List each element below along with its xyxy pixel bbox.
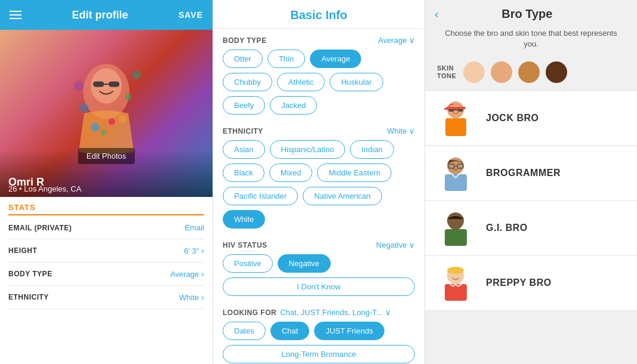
- looking-for-options: Dates Chat JUST Friends: [223, 322, 415, 345]
- svg-point-31: [450, 221, 461, 230]
- looking-long-term[interactable]: Long-Term Bromance: [223, 345, 415, 363]
- email-label: EMAIL (Private): [8, 224, 72, 232]
- svg-rect-4: [109, 81, 119, 87]
- looking-for-selected[interactable]: Chat, JUST Friends, Long-T... ∨: [280, 308, 390, 317]
- body-type-otter[interactable]: Otter: [223, 50, 263, 68]
- svg-rect-33: [445, 284, 467, 301]
- ethnicity-indian[interactable]: Indian: [350, 140, 393, 159]
- ethnicity-native-american[interactable]: Native American: [303, 187, 382, 205]
- ethnicity-section-label: ETHNICITY: [223, 127, 263, 135]
- bro-item-gi[interactable]: G.I. BRO: [425, 201, 637, 255]
- ethnicity-pacific-islander[interactable]: Pacific Islander: [223, 187, 298, 205]
- body-type-huskular[interactable]: Huskular: [330, 73, 383, 91]
- hiv-section-header: HIV STATUS Negative ∨: [223, 233, 415, 254]
- hiv-label: HIV STATUS: [223, 241, 267, 249]
- body-type-section-header: BODY TYPE Average ∨: [223, 29, 415, 50]
- stats-row-email[interactable]: EMAIL (Private) Email: [8, 217, 204, 239]
- bro-item-jock[interactable]: JOCK BRO: [425, 91, 637, 145]
- body-type-beefy[interactable]: Beefy: [223, 96, 265, 115]
- ethnicity-section-header: ETHNICITY White ∨: [223, 119, 415, 140]
- ethnicity-middle-eastern[interactable]: Middle Eastern: [317, 164, 392, 182]
- gi-avatar: [435, 207, 476, 249]
- svg-point-12: [91, 123, 100, 132]
- svg-point-11: [132, 70, 141, 79]
- skin-tone-section: SKINTONE: [425, 57, 637, 91]
- body-type-jacked[interactable]: Jacked: [270, 96, 317, 115]
- height-label: HEIGHT: [8, 246, 37, 255]
- jock-avatar: [435, 97, 476, 139]
- stats-row-height[interactable]: HEIGHT 6' 3" ›: [8, 239, 204, 263]
- ethnicity-black[interactable]: Black: [223, 164, 264, 182]
- stats-title: STATS: [8, 203, 204, 215]
- preppy-bro-label: PREPPY BRO: [476, 277, 552, 288]
- skin-tone-medium-light[interactable]: [491, 61, 512, 83]
- svg-point-7: [125, 94, 131, 100]
- skin-tone-light[interactable]: [463, 61, 485, 83]
- ethnicity-value: White ›: [179, 292, 204, 302]
- hiv-selected[interactable]: Negative ∨: [376, 240, 415, 249]
- skin-tones-group: [463, 61, 567, 83]
- stats-row-bodytype[interactable]: BODY TYPE Average ›: [8, 263, 204, 286]
- hiv-options: Positive Negative: [223, 254, 415, 277]
- looking-for-label: LOOKING FOR: [223, 309, 276, 317]
- svg-rect-16: [445, 118, 466, 136]
- looking-for-more-options: Long-Term Bromance: [223, 345, 415, 364]
- ethnicity-hispanic[interactable]: Hispanic/Latino: [270, 140, 346, 159]
- skin-tone-medium[interactable]: [518, 61, 540, 83]
- ethnicity-white[interactable]: White: [223, 210, 265, 229]
- looking-just-friends[interactable]: JUST Friends: [314, 322, 384, 340]
- svg-point-34: [447, 267, 464, 274]
- svg-rect-30: [445, 229, 467, 246]
- body-type-average[interactable]: Average: [310, 50, 361, 68]
- bro-subtitle: Choose the bro and skin tone that best r…: [425, 28, 637, 57]
- svg-point-13: [109, 118, 115, 125]
- hiv-positive[interactable]: Positive: [223, 254, 273, 273]
- ethnicity-label: ETHNICITY: [8, 293, 49, 301]
- bro-type-panel: ‹ Bro Type Choose the bro and skin tone …: [425, 0, 637, 364]
- stats-row-ethnicity[interactable]: ETHNICITY White ›: [8, 286, 204, 309]
- gi-bro-label: G.I. BRO: [476, 223, 528, 233]
- svg-point-6: [80, 103, 89, 112]
- body-type-label: BODY TYPE: [223, 36, 267, 45]
- stats-section: STATS EMAIL (Private) Email HEIGHT 6' 3"…: [0, 197, 213, 364]
- save-button[interactable]: SAVE: [179, 10, 203, 20]
- hiv-dont-know[interactable]: I Don't Know: [223, 277, 415, 296]
- looking-for-inline: LOOKING FOR Chat, JUST Friends, Long-T..…: [223, 308, 391, 317]
- bro-type-title: Bro Type: [444, 7, 611, 21]
- menu-icon[interactable]: [10, 11, 21, 19]
- body-type-chubby[interactable]: Chubby: [223, 73, 272, 91]
- brogrammer-label: BROGRAMMER: [476, 168, 561, 178]
- ethnicity-selected[interactable]: White ∨: [387, 127, 415, 135]
- jock-bro-label: JOCK BRO: [476, 113, 538, 124]
- profile-photo: Edit Photos Omri R 26 • Los Angeles, CA: [0, 30, 213, 197]
- bro-item-preppy[interactable]: PREPPY BRO: [425, 256, 637, 310]
- looking-dates[interactable]: Dates: [223, 322, 266, 340]
- height-value: 6' 3" ›: [184, 246, 204, 255]
- edit-profile-title: Edit profile: [72, 9, 128, 21]
- bro-list: JOCK BRO BROGR: [425, 91, 637, 364]
- bodytype-value: Average ›: [170, 269, 204, 279]
- edit-profile-panel: Edit profile SAVE: [0, 0, 213, 364]
- left-header: Edit profile SAVE: [0, 0, 213, 30]
- body-type-selected[interactable]: Average ∨: [378, 36, 415, 45]
- hiv-dontknow-group: I Don't Know: [223, 277, 415, 301]
- middle-header: Basic Info: [213, 0, 424, 29]
- looking-chat[interactable]: Chat: [270, 322, 309, 340]
- ethnicity-mixed[interactable]: Mixed: [269, 164, 313, 182]
- body-type-thin[interactable]: Thin: [267, 50, 305, 68]
- ethnicity-asian[interactable]: Asian: [223, 140, 265, 159]
- body-type-athletic[interactable]: Athletic: [277, 73, 325, 91]
- looking-for-section-header: LOOKING FOR Chat, JUST Friends, Long-T..…: [223, 301, 415, 322]
- bro-item-brogrammer[interactable]: BROGRAMMER: [425, 146, 637, 200]
- back-button[interactable]: ‹: [435, 7, 439, 21]
- skin-tone-label: SKINTONE: [437, 64, 456, 80]
- svg-rect-25: [445, 174, 467, 191]
- svg-point-14: [101, 130, 106, 135]
- basic-info-title: Basic Info: [223, 8, 415, 28]
- brogrammer-avatar: [435, 152, 476, 194]
- edit-photos-button[interactable]: Edit Photos: [78, 148, 135, 164]
- body-type-options: Otter Thin Average Chubby Athletic Husku…: [223, 50, 415, 119]
- basic-info-content: BODY TYPE Average ∨ Otter Thin Average C…: [213, 29, 424, 364]
- skin-tone-dark[interactable]: [546, 61, 567, 83]
- hiv-negative[interactable]: Negative: [278, 254, 331, 273]
